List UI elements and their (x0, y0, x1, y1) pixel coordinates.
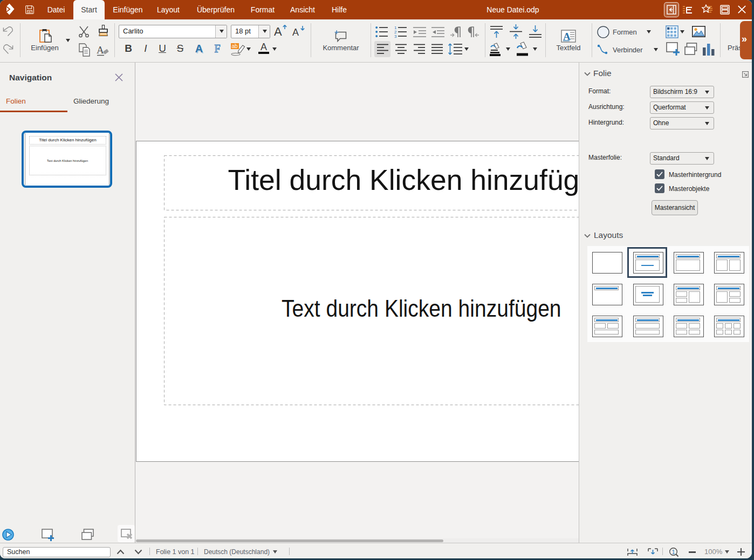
svg-text:3: 3 (394, 34, 397, 38)
svg-text:1: 1 (672, 549, 675, 555)
svg-text:A: A (274, 25, 282, 38)
svg-text:A: A (97, 44, 104, 56)
svg-text:A: A (292, 27, 299, 38)
svg-text:ab: ab (232, 43, 238, 49)
